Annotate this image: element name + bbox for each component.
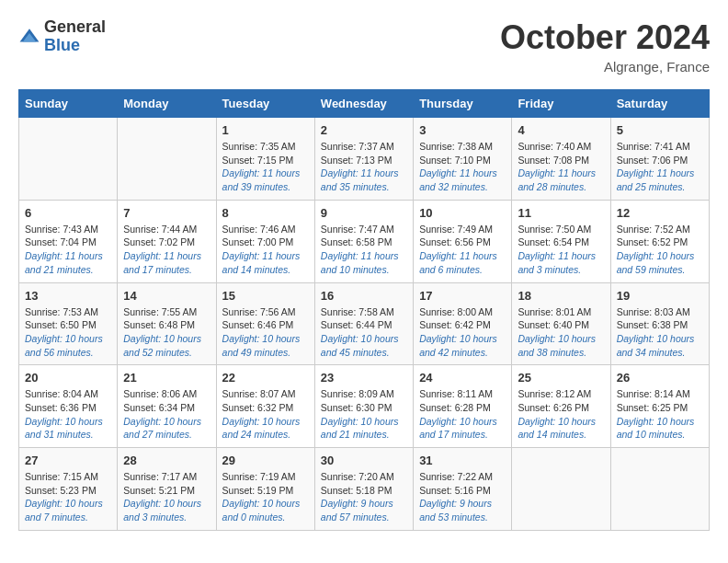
day-number: 30 — [321, 454, 407, 467]
day-detail: Sunrise: 7:19 AMSunset: 5:19 PMDaylight:… — [222, 470, 309, 524]
calendar-cell — [19, 118, 118, 201]
day-number: 12 — [617, 206, 703, 220]
day-number: 24 — [419, 371, 506, 385]
month-title: October 2024 — [500, 18, 710, 57]
day-detail: Sunrise: 7:38 AMSunset: 7:10 PMDaylight:… — [419, 140, 506, 194]
calendar-cell — [610, 448, 709, 531]
day-number: 3 — [419, 123, 506, 137]
calendar-cell: 8Sunrise: 7:46 AMSunset: 7:00 PMDaylight… — [216, 200, 314, 282]
calendar-cell: 27Sunrise: 7:15 AMSunset: 5:23 PMDayligh… — [19, 448, 118, 531]
day-number: 4 — [518, 123, 604, 137]
calendar-cell: 28Sunrise: 7:17 AMSunset: 5:21 PMDayligh… — [118, 448, 216, 531]
page-header: General Blue October 2024 Algrange, Fran… — [18, 18, 710, 75]
calendar-cell: 12Sunrise: 7:52 AMSunset: 6:52 PMDayligh… — [610, 200, 709, 282]
calendar-cell: 20Sunrise: 8:04 AMSunset: 6:36 PMDayligh… — [19, 365, 118, 448]
day-number: 20 — [25, 371, 111, 385]
calendar-table: Sunday Monday Tuesday Wednesday Thursday… — [18, 89, 710, 531]
day-detail: Sunrise: 7:49 AMSunset: 6:56 PMDaylight:… — [419, 223, 506, 277]
calendar-week-1: 1Sunrise: 7:35 AMSunset: 7:15 PMDaylight… — [19, 118, 710, 201]
day-detail: Sunrise: 7:15 AMSunset: 5:23 PMDaylight:… — [25, 470, 111, 524]
calendar-cell: 18Sunrise: 8:01 AMSunset: 6:40 PMDayligh… — [512, 282, 610, 365]
day-number: 2 — [321, 123, 407, 137]
day-number: 6 — [25, 206, 111, 220]
day-detail: Sunrise: 8:11 AMSunset: 6:28 PMDaylight:… — [419, 387, 506, 442]
day-detail: Sunrise: 7:56 AMSunset: 6:46 PMDaylight:… — [222, 305, 309, 360]
day-number: 22 — [222, 371, 309, 385]
logo-icon — [18, 26, 40, 48]
day-detail: Sunrise: 8:09 AMSunset: 6:30 PMDaylight:… — [321, 387, 407, 442]
day-detail: Sunrise: 7:44 AMSunset: 7:02 PMDaylight:… — [123, 223, 210, 277]
calendar-cell: 16Sunrise: 7:58 AMSunset: 6:44 PMDayligh… — [314, 282, 413, 365]
calendar-cell: 22Sunrise: 8:07 AMSunset: 6:32 PMDayligh… — [216, 365, 314, 448]
day-number: 19 — [617, 289, 703, 303]
logo: General Blue — [18, 18, 106, 55]
calendar-week-4: 20Sunrise: 8:04 AMSunset: 6:36 PMDayligh… — [19, 365, 710, 448]
calendar-cell: 29Sunrise: 7:19 AMSunset: 5:19 PMDayligh… — [216, 448, 314, 531]
day-number: 10 — [419, 206, 506, 220]
day-number: 26 — [617, 371, 703, 385]
day-detail: Sunrise: 7:58 AMSunset: 6:44 PMDaylight:… — [321, 305, 407, 360]
day-number: 31 — [419, 454, 506, 467]
day-number: 14 — [123, 289, 210, 303]
calendar-cell — [118, 118, 216, 201]
calendar-cell: 23Sunrise: 8:09 AMSunset: 6:30 PMDayligh… — [314, 365, 413, 448]
calendar-cell: 31Sunrise: 7:22 AMSunset: 5:16 PMDayligh… — [414, 448, 512, 531]
title-area: October 2024 Algrange, France — [500, 18, 710, 75]
logo-general: General — [44, 18, 106, 37]
col-sunday: Sunday — [19, 90, 118, 118]
calendar-cell: 24Sunrise: 8:11 AMSunset: 6:28 PMDayligh… — [414, 365, 512, 448]
day-number: 23 — [321, 371, 407, 385]
calendar-cell: 5Sunrise: 7:41 AMSunset: 7:06 PMDaylight… — [610, 118, 709, 201]
day-detail: Sunrise: 8:14 AMSunset: 6:25 PMDaylight:… — [617, 387, 703, 442]
calendar-cell: 4Sunrise: 7:40 AMSunset: 7:08 PMDaylight… — [512, 118, 610, 201]
logo-blue: Blue — [44, 37, 106, 55]
day-detail: Sunrise: 8:04 AMSunset: 6:36 PMDaylight:… — [25, 387, 111, 442]
day-number: 16 — [321, 289, 407, 303]
day-detail: Sunrise: 7:53 AMSunset: 6:50 PMDaylight:… — [25, 305, 111, 360]
col-tuesday: Tuesday — [216, 90, 314, 118]
day-detail: Sunrise: 7:37 AMSunset: 7:13 PMDaylight:… — [321, 140, 407, 194]
calendar-cell: 13Sunrise: 7:53 AMSunset: 6:50 PMDayligh… — [19, 282, 118, 365]
day-number: 8 — [222, 206, 309, 220]
calendar-cell: 7Sunrise: 7:44 AMSunset: 7:02 PMDaylight… — [118, 200, 216, 282]
calendar-week-3: 13Sunrise: 7:53 AMSunset: 6:50 PMDayligh… — [19, 282, 710, 365]
day-detail: Sunrise: 8:12 AMSunset: 6:26 PMDaylight:… — [518, 387, 604, 442]
day-number: 9 — [321, 206, 407, 220]
col-friday: Friday — [512, 90, 610, 118]
calendar-header: Sunday Monday Tuesday Wednesday Thursday… — [19, 90, 710, 118]
col-thursday: Thursday — [414, 90, 512, 118]
day-detail: Sunrise: 7:17 AMSunset: 5:21 PMDaylight:… — [123, 470, 210, 524]
day-detail: Sunrise: 7:35 AMSunset: 7:15 PMDaylight:… — [222, 140, 309, 194]
calendar-cell: 17Sunrise: 8:00 AMSunset: 6:42 PMDayligh… — [414, 282, 512, 365]
day-number: 18 — [518, 289, 604, 303]
calendar-cell: 21Sunrise: 8:06 AMSunset: 6:34 PMDayligh… — [118, 365, 216, 448]
day-detail: Sunrise: 7:50 AMSunset: 6:54 PMDaylight:… — [518, 223, 604, 277]
day-number: 29 — [222, 454, 309, 467]
calendar-cell: 10Sunrise: 7:49 AMSunset: 6:56 PMDayligh… — [414, 200, 512, 282]
day-detail: Sunrise: 7:47 AMSunset: 6:58 PMDaylight:… — [321, 223, 407, 277]
weekday-header-row: Sunday Monday Tuesday Wednesday Thursday… — [19, 90, 710, 118]
calendar-cell: 1Sunrise: 7:35 AMSunset: 7:15 PMDaylight… — [216, 118, 314, 201]
col-wednesday: Wednesday — [314, 90, 413, 118]
calendar-cell: 15Sunrise: 7:56 AMSunset: 6:46 PMDayligh… — [216, 282, 314, 365]
day-detail: Sunrise: 8:06 AMSunset: 6:34 PMDaylight:… — [123, 387, 210, 442]
day-number: 27 — [25, 454, 111, 467]
day-number: 28 — [123, 454, 210, 467]
day-number: 25 — [518, 371, 604, 385]
logo-text: General Blue — [44, 18, 106, 55]
calendar-cell: 19Sunrise: 8:03 AMSunset: 6:38 PMDayligh… — [610, 282, 709, 365]
calendar-cell: 26Sunrise: 8:14 AMSunset: 6:25 PMDayligh… — [610, 365, 709, 448]
calendar-cell: 14Sunrise: 7:55 AMSunset: 6:48 PMDayligh… — [118, 282, 216, 365]
calendar-cell: 9Sunrise: 7:47 AMSunset: 6:58 PMDaylight… — [314, 200, 413, 282]
calendar-cell: 11Sunrise: 7:50 AMSunset: 6:54 PMDayligh… — [512, 200, 610, 282]
day-detail: Sunrise: 8:07 AMSunset: 6:32 PMDaylight:… — [222, 387, 309, 442]
day-number: 7 — [123, 206, 210, 220]
calendar-week-2: 6Sunrise: 7:43 AMSunset: 7:04 PMDaylight… — [19, 200, 710, 282]
calendar-cell: 2Sunrise: 7:37 AMSunset: 7:13 PMDaylight… — [314, 118, 413, 201]
day-number: 17 — [419, 289, 506, 303]
calendar-week-5: 27Sunrise: 7:15 AMSunset: 5:23 PMDayligh… — [19, 448, 710, 531]
col-saturday: Saturday — [610, 90, 709, 118]
day-detail: Sunrise: 7:22 AMSunset: 5:16 PMDaylight:… — [419, 470, 506, 524]
day-detail: Sunrise: 7:52 AMSunset: 6:52 PMDaylight:… — [617, 223, 703, 277]
day-detail: Sunrise: 7:41 AMSunset: 7:06 PMDaylight:… — [617, 140, 703, 194]
